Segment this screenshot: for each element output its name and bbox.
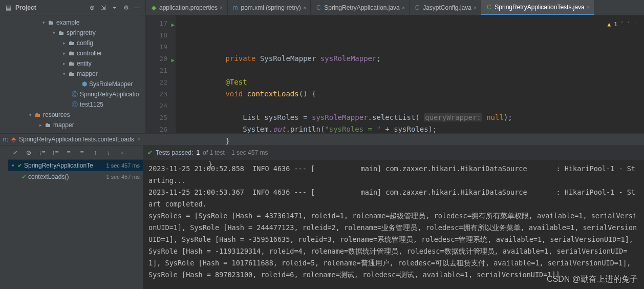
project-icon: ▤: [4, 4, 12, 12]
chevron-right-icon[interactable]: »: [118, 149, 126, 157]
more-icon[interactable]: ⋮: [633, 18, 639, 30]
line-number: 26: [146, 123, 167, 135]
editor-tab[interactable]: CSpringRetryApplication.java×: [311, 0, 410, 15]
line-number: 18: [146, 29, 167, 41]
close-icon[interactable]: ×: [587, 4, 590, 10]
test-tree[interactable]: ▾✔SpringRetryApplicationTe1 sec 457 ms✔c…: [8, 160, 143, 289]
test-toolbar: ✔ ⊘ ↓≡ ↑≡ ≡ ≡ ↑ ↓ »: [8, 146, 143, 160]
test-node[interactable]: ✔contextLoads()1 sec 457 ms: [8, 171, 143, 182]
chevron-up-icon[interactable]: ˆ: [620, 18, 624, 30]
tree-label: SysRoleMapper: [89, 80, 133, 88]
run-gutter-icon[interactable]: ▶: [171, 54, 175, 66]
file-type-icon: ◆: [150, 4, 157, 11]
sort-icon[interactable]: ↓≡: [38, 149, 46, 157]
code-line: System.out.println("sysRoles = " + sysRo…: [191, 123, 644, 135]
line-number: 23: [146, 88, 167, 100]
collapse-all-icon[interactable]: ≡: [78, 149, 86, 157]
tree-arrow-icon[interactable]: ▾: [28, 112, 33, 117]
pass-icon: ✔: [22, 174, 26, 180]
editor-tab[interactable]: CJasyptConfig.java×: [410, 0, 481, 15]
tree-item[interactable]: ▸🖿entity: [0, 58, 145, 69]
inspection-badge[interactable]: ▲ 1 ˆ ˇ ⋮: [608, 18, 639, 30]
close-icon[interactable]: ×: [220, 5, 223, 11]
crumb-item[interactable]: SpringRetryApplicationTests.contextLoads: [19, 136, 134, 143]
code-area[interactable]: ▲ 1 ˆ ˇ ⋮ private SysRoleMapper sysRoleM…: [176, 15, 644, 133]
settings-icon[interactable]: ⚙: [122, 4, 130, 12]
tree-item[interactable]: ⒸSpringRetryApplicatio: [0, 89, 145, 99]
project-title: Project: [15, 4, 85, 11]
tree-label: mapper: [77, 70, 98, 77]
tree-arrow-icon[interactable]: ▾: [41, 20, 46, 25]
tree-arrow-icon[interactable]: ▾: [10, 163, 15, 168]
check-icon[interactable]: ✔: [11, 149, 19, 157]
line-number: 21: [146, 65, 167, 76]
tree-item[interactable]: ▸🖿controller: [0, 48, 145, 58]
warning-count: 1: [614, 18, 617, 30]
tree-item[interactable]: ▸🖿config: [0, 38, 145, 48]
folder-icon: 🖿: [48, 19, 54, 26]
collapse-icon[interactable]: ÷: [111, 4, 119, 12]
tree-label: SpringRetryApplicatio: [80, 91, 139, 98]
tree-arrow-icon[interactable]: ▾: [51, 30, 56, 35]
tree-arrow-icon[interactable]: ▾: [61, 71, 67, 76]
tree-arrow-icon[interactable]: ▸: [61, 51, 67, 56]
close-icon[interactable]: ×: [137, 136, 141, 143]
expand-all-icon[interactable]: ≡: [65, 149, 73, 157]
expand-icon[interactable]: ⇲: [99, 4, 108, 12]
tree-label: mapper: [53, 121, 74, 129]
file-type-icon: C: [485, 4, 492, 11]
folder-icon: 🖿: [45, 121, 51, 129]
tree-item[interactable]: ▸🖿mapper: [0, 120, 145, 130]
folder-icon: 🖿: [69, 70, 75, 77]
tree-arrow-icon[interactable]: ▸: [61, 61, 67, 66]
editor-tab[interactable]: CSpringRetryApplicationTests.java×: [481, 0, 594, 15]
prev-icon[interactable]: ↑: [91, 149, 99, 157]
close-icon[interactable]: ×: [474, 5, 477, 11]
tree-item[interactable]: ▾🖿springretry: [0, 28, 145, 38]
tree-item[interactable]: ▾🖿example: [0, 17, 145, 28]
tree-label: controller: [77, 50, 102, 57]
chevron-down-icon[interactable]: ˇ: [627, 18, 630, 30]
editor-tab[interactable]: ◆application.properties×: [146, 0, 228, 15]
pass-icon: ✔: [147, 149, 153, 156]
code-line: [191, 65, 644, 76]
tab-label: SpringRetryApplicationTests.java: [495, 4, 584, 11]
tree-item[interactable]: ▾🖿resources: [0, 110, 145, 120]
status-label: Tests passed:: [156, 149, 193, 156]
filter-icon[interactable]: ↑≡: [51, 149, 59, 157]
file-type-icon: C: [315, 4, 322, 11]
locate-icon[interactable]: ⊕: [88, 4, 96, 12]
editor-tab[interactable]: mpom.xml (spring-retry)×: [228, 0, 311, 15]
next-icon[interactable]: ↓: [104, 149, 113, 157]
line-number: 19: [146, 41, 167, 53]
project-tree[interactable]: ▾🖿example▾🖿springretry▸🖿config▸🖿controll…: [0, 15, 146, 133]
tree-item[interactable]: ⬢SysRoleMapper: [0, 79, 145, 89]
run-gutter-icon[interactable]: ▶: [171, 19, 175, 31]
tree-label: resources: [43, 111, 70, 118]
tree-label: example: [56, 19, 79, 26]
class-icon: Ⓒ: [72, 100, 78, 109]
tree-item[interactable]: ▾🖿mapper: [0, 69, 145, 79]
test-time: 1 sec 457 ms: [106, 162, 143, 169]
tree-arrow-icon[interactable]: ▸: [38, 122, 43, 128]
code-editor[interactable]: 17▶181920▶212223242526 ▲ 1 ˆ ˇ ⋮ private…: [146, 15, 644, 133]
editor-tabs: ◆application.properties×mpom.xml (spring…: [146, 0, 644, 15]
folder-icon: 🖿: [69, 50, 75, 57]
hide-icon[interactable]: —: [133, 4, 141, 12]
code-line: [191, 100, 644, 112]
console-output[interactable]: 2023-11-25 21:00:52.858 INFO 4636 --- [ …: [143, 160, 644, 289]
code-line: private SysRoleMapper sysRoleMapper;: [191, 53, 644, 65]
tree-arrow-icon[interactable]: ▸: [61, 40, 67, 46]
project-panel-header: ▤ Project ⊕ ⇲ ÷ ⚙ —: [0, 0, 146, 15]
block-icon[interactable]: ⊘: [25, 149, 33, 157]
tree-label: springretry: [67, 29, 96, 36]
tab-label: JasyptConfig.java: [423, 4, 471, 11]
close-icon[interactable]: ×: [303, 5, 306, 11]
tree-item[interactable]: Ⓒtest1125: [0, 99, 145, 110]
code-line: void contextLoads() {: [191, 88, 644, 100]
folder-icon: 🖿: [69, 60, 75, 67]
test-node[interactable]: ▾✔SpringRetryApplicationTe1 sec 457 ms: [8, 160, 143, 171]
test-time: 1 sec 457 ms: [106, 174, 143, 180]
code-line: }: [191, 135, 644, 147]
close-icon[interactable]: ×: [402, 5, 405, 11]
